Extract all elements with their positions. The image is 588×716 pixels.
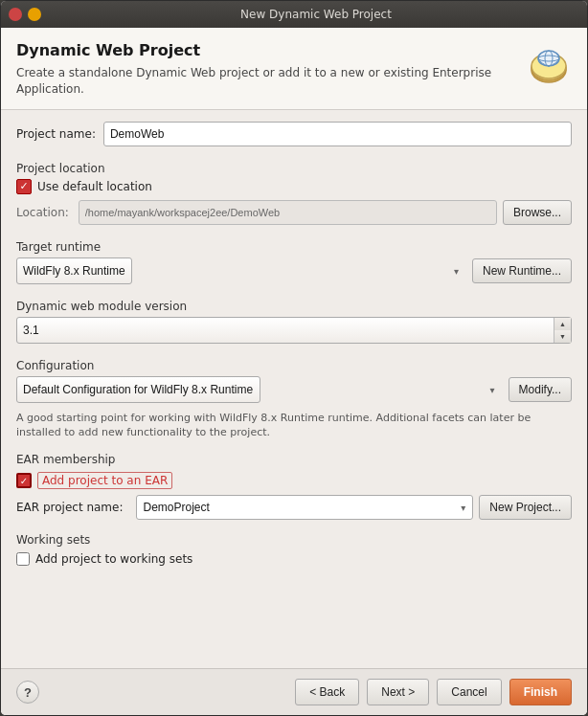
use-default-location-checkbox[interactable] <box>16 179 32 194</box>
svg-point-3 <box>538 51 559 66</box>
use-default-location-row: Use default location <box>16 179 572 194</box>
close-button[interactable] <box>9 8 22 21</box>
titlebar: New Dynamic Web Project <box>1 1 587 28</box>
project-name-input[interactable] <box>103 122 572 146</box>
add-to-ear-checkbox[interactable] <box>16 473 32 488</box>
back-button[interactable]: < Back <box>295 679 359 705</box>
target-runtime-wrapper: WildFly 8.x Runtime <box>16 257 466 284</box>
target-runtime-row: WildFly 8.x Runtime New Runtime... <box>16 257 572 284</box>
version-down-button[interactable]: ▼ <box>554 330 571 343</box>
version-input[interactable] <box>16 317 572 344</box>
header-text: Dynamic Web Project Create a standalone … <box>16 41 514 98</box>
browse-button[interactable]: Browse... <box>503 200 572 225</box>
dynamic-web-module-version-row: ▲ ▼ <box>16 317 572 344</box>
ear-project-name-label: EAR project name: <box>16 501 123 514</box>
help-button[interactable]: ? <box>16 681 39 704</box>
configuration-select[interactable]: Default Configuration for WildFly 8.x Ru… <box>16 376 260 403</box>
header-desc: Create a standalone Dynamic Web project … <box>16 65 514 98</box>
next-button[interactable]: Next > <box>367 679 429 705</box>
configuration-section-label: Configuration <box>16 359 572 372</box>
project-name-row: Project name: <box>16 122 572 146</box>
location-input[interactable] <box>79 200 497 225</box>
new-project-button[interactable]: New Project... <box>479 495 572 520</box>
version-spinner: ▲ ▼ <box>554 318 571 343</box>
version-input-wrapper: ▲ ▼ <box>16 317 572 344</box>
project-icon <box>526 41 572 87</box>
cancel-button[interactable]: Cancel <box>437 679 501 705</box>
target-runtime-select[interactable]: WildFly 8.x Runtime <box>16 257 132 284</box>
header-area: Dynamic Web Project Create a standalone … <box>1 28 587 110</box>
finish-button[interactable]: Finish <box>509 679 572 705</box>
target-runtime-section-label: Target runtime <box>16 240 572 254</box>
add-to-ear-label: Add project to an EAR <box>37 472 172 489</box>
content-area: Dynamic Web Project Create a standalone … <box>1 28 587 715</box>
ear-membership-label: EAR membership <box>16 453 572 466</box>
modify-button[interactable]: Modify... <box>509 377 572 402</box>
configuration-hint: A good starting point for working with W… <box>16 411 572 440</box>
configuration-wrapper: Default Configuration for WildFly 8.x Ru… <box>16 376 503 403</box>
version-up-button[interactable]: ▲ <box>554 318 571 330</box>
header-title: Dynamic Web Project <box>16 41 514 59</box>
project-name-label: Project name: <box>16 127 96 141</box>
window: New Dynamic Web Project Dynamic Web Proj… <box>0 0 588 716</box>
use-default-location-label: Use default location <box>37 180 152 193</box>
ear-project-name-select[interactable]: DemoProject <box>136 495 473 520</box>
project-location-label: Project location <box>16 162 572 175</box>
footer: ? < Back Next > Cancel Finish <box>1 668 587 715</box>
form-area: Project name: Project location Use defau… <box>1 110 587 668</box>
minimize-button[interactable] <box>28 8 41 21</box>
new-runtime-button[interactable]: New Runtime... <box>472 258 572 283</box>
add-to-working-sets-row: Add project to working sets <box>16 552 572 566</box>
add-to-ear-row: Add project to an EAR <box>16 472 572 489</box>
ear-project-name-row: EAR project name: DemoProject New Projec… <box>16 495 572 520</box>
configuration-row: Default Configuration for WildFly 8.x Ru… <box>16 376 572 403</box>
location-row: Location: Browse... <box>16 200 572 225</box>
dynamic-web-module-version-label: Dynamic web module version <box>16 300 572 313</box>
ear-dropdown-wrapper: DemoProject <box>136 495 473 520</box>
add-to-working-sets-label: Add project to working sets <box>35 552 192 566</box>
window-title: New Dynamic Web Project <box>53 8 579 21</box>
working-sets-label: Working sets <box>16 533 572 547</box>
add-to-working-sets-checkbox[interactable] <box>16 552 30 566</box>
location-label: Location: <box>16 206 69 219</box>
